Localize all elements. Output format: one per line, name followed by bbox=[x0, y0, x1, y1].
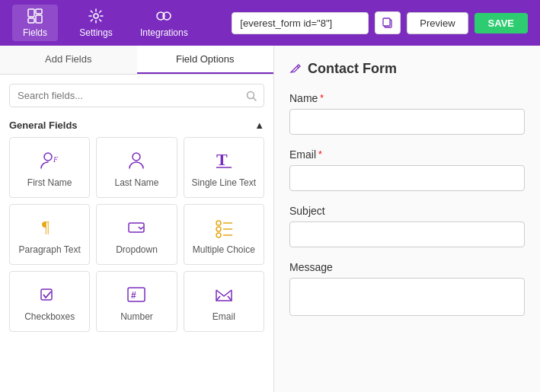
settings-icon bbox=[88, 8, 104, 24]
tab-field-options[interactable]: Field Options bbox=[137, 46, 274, 74]
field-label-dropdown: Dropdown bbox=[116, 244, 158, 255]
form-field-email: Email * bbox=[289, 148, 525, 191]
search-icon bbox=[246, 91, 257, 101]
search-area bbox=[0, 75, 273, 116]
right-panel: Contact Form Name * Email * Subject bbox=[274, 46, 540, 392]
shortcode-area: Preview SAVE bbox=[232, 11, 528, 34]
form-field-subject: Subject bbox=[289, 205, 525, 247]
tabs: Add Fields Field Options bbox=[0, 46, 273, 75]
last-name-icon bbox=[125, 150, 148, 171]
svg-line-29 bbox=[297, 66, 299, 68]
svg-point-11 bbox=[44, 153, 52, 161]
dropdown-icon bbox=[125, 217, 148, 238]
name-label: Name * bbox=[289, 92, 525, 104]
field-card-multiple-choice[interactable]: Multiple Choice bbox=[184, 204, 264, 265]
nav-item-fields[interactable]: Fields bbox=[12, 5, 58, 41]
single-line-icon: T bbox=[212, 150, 235, 171]
email-required-star: * bbox=[318, 149, 322, 160]
preview-button[interactable]: Preview bbox=[407, 12, 468, 34]
multiple-choice-icon bbox=[212, 217, 235, 238]
svg-rect-0 bbox=[28, 9, 34, 17]
message-textarea[interactable] bbox=[289, 278, 525, 316]
svg-text:¶: ¶ bbox=[42, 217, 50, 236]
field-card-last-name[interactable]: Last Name bbox=[96, 137, 177, 198]
paragraph-icon: ¶ bbox=[38, 217, 61, 238]
field-card-paragraph[interactable]: ¶ Paragraph Text bbox=[9, 204, 90, 265]
number-icon: # bbox=[125, 284, 148, 305]
main-layout: Add Fields Field Options General Fields … bbox=[0, 46, 540, 392]
svg-rect-2 bbox=[36, 9, 42, 14]
field-label-first-name: First Name bbox=[27, 177, 72, 188]
search-input[interactable] bbox=[9, 84, 264, 107]
form-title-row: Contact Form bbox=[289, 61, 525, 77]
field-label-checkboxes: Checkboxes bbox=[24, 311, 75, 322]
svg-rect-8 bbox=[383, 18, 390, 26]
copy-shortcode-button[interactable] bbox=[375, 11, 401, 34]
svg-point-4 bbox=[94, 14, 98, 18]
email-label: Email * bbox=[289, 148, 525, 161]
nav-integrations-label: Integrations bbox=[140, 27, 188, 38]
svg-line-10 bbox=[254, 97, 257, 100]
svg-rect-24 bbox=[41, 289, 52, 300]
checkboxes-icon bbox=[38, 284, 61, 305]
svg-text:T: T bbox=[216, 150, 228, 169]
fields-icon bbox=[27, 8, 43, 24]
svg-point-18 bbox=[216, 221, 221, 225]
edit-icon bbox=[289, 63, 302, 75]
fields-grid: F First Name Last Name bbox=[0, 137, 273, 341]
name-input[interactable] bbox=[289, 109, 525, 135]
field-label-multiple-choice: Multiple Choice bbox=[193, 244, 255, 255]
subject-label: Subject bbox=[289, 205, 525, 217]
field-card-checkboxes[interactable]: Checkboxes bbox=[9, 271, 90, 332]
svg-text:#: # bbox=[131, 290, 136, 301]
field-label-last-name: Last Name bbox=[114, 177, 158, 188]
svg-point-13 bbox=[133, 153, 140, 161]
section-title: General Fields bbox=[9, 120, 78, 131]
field-label-single-line: Single Line Text bbox=[192, 177, 257, 188]
integrations-icon bbox=[155, 8, 172, 24]
svg-point-22 bbox=[216, 233, 221, 237]
email-icon bbox=[212, 284, 235, 305]
field-label-number: Number bbox=[120, 311, 153, 322]
subject-input[interactable] bbox=[289, 221, 525, 247]
section-header: General Fields ▲ bbox=[0, 116, 273, 137]
first-name-icon: F bbox=[38, 150, 61, 171]
field-label-email: Email bbox=[212, 311, 235, 322]
form-field-name: Name * bbox=[289, 92, 525, 135]
field-label-paragraph: Paragraph Text bbox=[19, 244, 81, 255]
nav-settings-label: Settings bbox=[79, 27, 112, 38]
svg-rect-1 bbox=[28, 18, 34, 23]
name-required-star: * bbox=[320, 93, 324, 104]
field-card-dropdown[interactable]: Dropdown bbox=[96, 204, 177, 265]
form-title: Contact Form bbox=[308, 61, 397, 77]
field-card-email[interactable]: Email bbox=[184, 271, 264, 332]
svg-text:F: F bbox=[53, 155, 59, 164]
form-field-message: Message bbox=[289, 261, 525, 319]
nav-item-settings[interactable]: Settings bbox=[73, 5, 119, 41]
nav-fields-label: Fields bbox=[23, 27, 47, 38]
svg-rect-3 bbox=[36, 15, 42, 23]
left-panel: Add Fields Field Options General Fields … bbox=[0, 46, 274, 392]
email-input[interactable] bbox=[289, 165, 525, 191]
nav-item-integrations[interactable]: Integrations bbox=[134, 5, 194, 41]
message-label: Message bbox=[289, 261, 525, 273]
shortcode-input[interactable] bbox=[232, 12, 369, 34]
tab-add-fields[interactable]: Add Fields bbox=[0, 46, 137, 74]
field-card-single-line[interactable]: T Single Line Text bbox=[184, 137, 264, 198]
top-nav: Fields Settings Integrations Preview bbox=[0, 0, 540, 46]
field-card-first-name[interactable]: F First Name bbox=[9, 137, 90, 198]
svg-point-20 bbox=[216, 227, 221, 231]
field-card-number[interactable]: # Number bbox=[96, 271, 177, 332]
collapse-icon[interactable]: ▲ bbox=[254, 120, 264, 131]
save-button[interactable]: SAVE bbox=[474, 13, 528, 33]
